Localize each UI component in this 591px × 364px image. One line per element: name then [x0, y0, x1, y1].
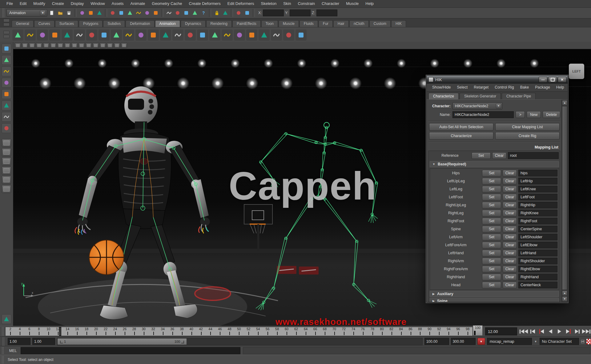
- menu-item-edit-deformers[interactable]: Edit Deformers: [224, 0, 258, 7]
- hik-tab-skeleton-generator[interactable]: Skeleton Generator: [460, 93, 501, 99]
- mapping-value-field[interactable]: CenterSpine: [518, 226, 557, 232]
- set-button[interactable]: Set: [482, 194, 501, 200]
- shelf-tab-surfaces[interactable]: Surfaces: [55, 20, 78, 27]
- layout-two-side-by-side-button[interactable]: [2, 157, 11, 165]
- universal-manipulator-icon[interactable]: [2, 112, 11, 122]
- clear-button[interactable]: Clear: [503, 194, 517, 200]
- auto-set-button[interactable]: Auto-Set All from Selection: [429, 123, 493, 131]
- highlight-selection-icon[interactable]: [221, 9, 229, 17]
- new-scene-icon[interactable]: [48, 9, 56, 17]
- mapping-value-field[interactable]: LeftShoulder: [518, 234, 557, 240]
- cluster-icon[interactable]: [111, 30, 122, 41]
- scroll-up-button[interactable]: ▲: [562, 291, 567, 296]
- clear-button[interactable]: Clear: [503, 178, 517, 184]
- select-tool-icon[interactable]: [2, 44, 11, 53]
- x-input[interactable]: [263, 10, 284, 16]
- timeline-ruler[interactable]: 2468101214161820222426283032343638404244…: [5, 327, 473, 336]
- safe-title-icon[interactable]: [64, 43, 70, 48]
- vertical-scrollbar[interactable]: ▲ ▲ ▼: [561, 100, 568, 302]
- scrollbar-thumb[interactable]: [562, 106, 567, 290]
- wireframe-on-shaded-icon[interactable]: [100, 43, 106, 48]
- layout-three-split-button[interactable]: [2, 176, 11, 184]
- new-button[interactable]: New: [527, 111, 541, 118]
- shelf-tab-deformation[interactable]: Deformation: [126, 20, 154, 27]
- reference-set-button[interactable]: Set: [472, 152, 491, 159]
- set-button[interactable]: Set: [482, 274, 501, 280]
- clear-button[interactable]: Clear: [503, 258, 517, 264]
- wrap-deformer-icon[interactable]: [234, 30, 245, 41]
- animation-start-field[interactable]: [8, 338, 30, 345]
- previous-key-button[interactable]: [537, 328, 546, 335]
- hik-tab-characterize[interactable]: Characterize: [428, 93, 459, 99]
- go-to-end-button[interactable]: [582, 328, 590, 335]
- layout-four-pane-button[interactable]: [2, 148, 11, 156]
- shelf-scroll-down[interactable]: [3, 35, 10, 38]
- snap-to-plane-icon[interactable]: [143, 9, 151, 17]
- menu-item-create[interactable]: Create: [49, 0, 67, 7]
- shelf-tab-polygons[interactable]: Polygons: [79, 20, 103, 27]
- clear-button[interactable]: Clear: [503, 210, 517, 216]
- clear-button[interactable]: Clear: [503, 250, 517, 256]
- character-menu-field[interactable]: mocap_remap: [487, 338, 532, 345]
- current-time-marker[interactable]: [59, 327, 61, 336]
- layout-two-stacked-button[interactable]: [2, 167, 11, 175]
- construction-history-icon[interactable]: [165, 9, 173, 17]
- playback-options-button[interactable]: ▼: [477, 338, 485, 345]
- next-key-button[interactable]: [564, 328, 573, 335]
- clear-button[interactable]: Clear: [503, 186, 517, 192]
- set-key-icon[interactable]: [12, 30, 23, 41]
- set-button[interactable]: Set: [482, 170, 501, 176]
- range-slider-bar[interactable]: 1 100: [57, 338, 187, 345]
- character-set-selector[interactable]: No Character Set: [540, 338, 579, 345]
- isolate-select-icon[interactable]: [114, 43, 120, 48]
- clear-mapping-list-button[interactable]: Clear Mapping List: [495, 123, 560, 131]
- point-constraint-icon[interactable]: [283, 30, 294, 41]
- hik-menu-select[interactable]: Select: [454, 84, 471, 91]
- menu-item-muscle[interactable]: Muscle: [343, 0, 362, 7]
- ik-spline-icon[interactable]: [98, 30, 110, 41]
- reference-clear-button[interactable]: Clear: [492, 152, 506, 159]
- make-live-icon[interactable]: [152, 9, 160, 17]
- open-scene-icon[interactable]: [56, 9, 64, 17]
- pan-zoom-tool-icon[interactable]: [2, 314, 11, 324]
- set-button[interactable]: Set: [482, 226, 501, 232]
- ipr-render-icon[interactable]: [191, 9, 199, 17]
- name-input[interactable]: [452, 111, 514, 118]
- mapping-value-field[interactable]: LeftHand: [518, 250, 557, 256]
- shelf-tab-painteffects[interactable]: PaintEffects: [232, 20, 261, 27]
- gate-mask-icon[interactable]: [43, 43, 49, 48]
- menu-item-assets[interactable]: Assets: [108, 0, 127, 7]
- image-plane-icon[interactable]: [121, 43, 127, 48]
- menu-item-constrain[interactable]: Constrain: [294, 0, 318, 7]
- section-header-spine[interactable]: ▶Spine: [430, 298, 559, 302]
- resolution-gate-icon[interactable]: [36, 43, 42, 48]
- shelf-tab-dynamics[interactable]: Dynamics: [181, 20, 206, 27]
- bake-simulation-icon[interactable]: [185, 30, 196, 41]
- menu-item-modify[interactable]: Modify: [30, 0, 48, 7]
- shelf-scroll-up[interactable]: [3, 31, 10, 34]
- mapping-value-field[interactable]: CenterNeck: [518, 282, 557, 288]
- drag-grip[interactable]: [2, 327, 4, 336]
- mapping-value-field[interactable]: RightFoot: [518, 218, 557, 224]
- shelf-tab-custom[interactable]: Custom: [369, 20, 391, 27]
- snap-to-grid-icon[interactable]: [109, 9, 117, 17]
- set-button[interactable]: Set: [482, 186, 501, 192]
- drag-grip[interactable]: [2, 8, 5, 18]
- save-scene-icon[interactable]: [65, 9, 73, 17]
- render-view-icon[interactable]: [174, 9, 182, 17]
- create-rig-button[interactable]: Create Rig: [495, 132, 560, 140]
- expand-button[interactable]: >: [516, 111, 525, 118]
- scroll-up-button[interactable]: ▲: [562, 100, 567, 105]
- play-backwards-button[interactable]: [546, 328, 555, 335]
- menu-item-create-deformers[interactable]: Create Deformers: [186, 0, 224, 7]
- mapping-value-field[interactable]: hips: [518, 170, 557, 176]
- hik-menu-control-rig[interactable]: Control Rig: [492, 84, 517, 91]
- input-connections-icon[interactable]: [235, 9, 243, 17]
- set-button[interactable]: Set: [482, 178, 501, 184]
- soft-modification-icon[interactable]: [2, 123, 11, 133]
- shelf-tab-muscle[interactable]: Muscle: [279, 20, 299, 27]
- y-input[interactable]: [290, 10, 311, 16]
- reference-value-field[interactable]: root: [508, 152, 559, 159]
- blend-shape-icon[interactable]: [222, 30, 233, 41]
- set-button[interactable]: Set: [482, 266, 501, 272]
